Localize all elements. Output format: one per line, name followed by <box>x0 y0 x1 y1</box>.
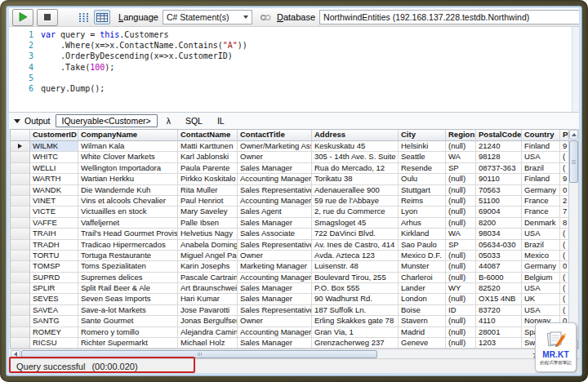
table-cell[interactable]: (null) <box>446 294 476 304</box>
table-cell[interactable]: VICTE <box>30 207 78 217</box>
column-header-contactname[interactable]: ContactName <box>178 130 238 141</box>
row-selector-cell[interactable] <box>11 251 30 261</box>
table-cell[interactable]: WELLI <box>30 163 78 174</box>
table-cell[interactable]: (null) <box>446 338 476 349</box>
table-cell[interactable]: Helvetius Nagy <box>178 229 238 239</box>
table-cell[interactable]: 70563 <box>476 185 522 196</box>
table-row[interactable]: TRAIHTrail's Head Gourmet ProvisionersHe… <box>11 229 569 239</box>
table-cell[interactable]: Accounting Manager <box>238 196 312 207</box>
table-cell[interactable]: Smagsloget 45 <box>312 218 399 229</box>
collapse-output-icon[interactable] <box>14 119 20 123</box>
table-cell[interactable]: Resende <box>399 163 446 174</box>
table-cell[interactable]: 05634-030 <box>476 240 522 251</box>
table-cell[interactable]: Karin Josephs <box>178 261 238 272</box>
table-cell[interactable]: Owner/Marketing Assistant <box>238 141 312 152</box>
table-row[interactable]: ROMEYRomero y tomilloAlejandra CaminoAcc… <box>11 327 569 338</box>
table-cell[interactable]: 98128 <box>476 152 522 162</box>
table-cell[interactable]: Sales Manager <box>238 338 312 349</box>
scroll-left-button[interactable] <box>11 350 20 358</box>
table-cell[interactable]: SUPRD <box>30 273 78 283</box>
table-cell[interactable]: Wartian Herkku <box>78 174 178 184</box>
table-cell[interactable]: Mexico <box>522 251 560 261</box>
row-selector-cell[interactable] <box>11 229 30 239</box>
results-datagrid-toggle[interactable] <box>94 10 110 24</box>
table-cell[interactable]: Adenauerallee 900 <box>312 185 399 196</box>
table-cell[interactable]: 1203 <box>476 338 522 349</box>
table-cell[interactable]: USA <box>522 152 560 162</box>
table-cell[interactable]: Denmark <box>522 218 560 229</box>
row-selector-cell[interactable] <box>11 316 30 326</box>
column-header-city[interactable]: City <box>399 130 446 141</box>
table-cell[interactable]: Arhus <box>399 218 446 229</box>
table-cell[interactable]: 08737-363 <box>476 163 522 174</box>
output-tab-sql[interactable]: SQL <box>180 115 208 127</box>
table-cell[interactable]: Torikatu 38 <box>312 174 399 184</box>
table-cell[interactable]: WARTH <box>30 174 78 184</box>
table-cell[interactable]: Anabela Domingues <box>178 240 238 251</box>
row-selector-cell[interactable] <box>11 294 30 304</box>
table-cell[interactable]: USA <box>522 229 560 239</box>
table-cell[interactable]: RICSU <box>30 338 78 349</box>
table-cell[interactable]: London <box>399 294 446 304</box>
table-cell[interactable]: Sales Manager <box>238 283 312 294</box>
table-cell[interactable]: Erling Skakkes gate 78 <box>312 316 399 326</box>
table-cell[interactable]: Kirkland <box>399 229 446 239</box>
table-cell[interactable]: Palle Ibsen <box>178 218 238 229</box>
table-cell[interactable]: Oulu <box>399 174 446 184</box>
table-cell[interactable]: Art Braunschweiger <box>178 283 238 294</box>
table-cell[interactable]: Jose Pavarotti <box>178 305 238 316</box>
column-header-address[interactable]: Address <box>312 130 399 141</box>
table-cell[interactable]: (null) <box>446 207 476 217</box>
table-cell[interactable]: Save-a-lot Markets <box>78 305 178 316</box>
table-cell[interactable]: Wellington Importadora <box>78 163 178 174</box>
table-cell[interactable]: OX15 4NB <box>476 294 522 304</box>
code-line[interactable]: 6query.Dump(); <box>9 83 572 94</box>
table-cell[interactable]: 59 rue de l'Abbaye <box>312 196 399 207</box>
table-cell[interactable]: 4110 <box>476 316 522 326</box>
table-cell[interactable]: Sales Associate <box>238 229 312 239</box>
code-line[interactable]: 4 .Take(100); <box>9 62 572 73</box>
table-cell[interactable]: 69004 <box>476 207 522 217</box>
table-cell[interactable]: SEVES <box>30 294 78 304</box>
table-cell[interactable]: (null) <box>446 174 476 184</box>
table-cell[interactable]: 82520 <box>476 283 522 294</box>
output-tab-grid[interactable]: IQueryable<Customer> <box>56 114 158 127</box>
row-selector-cell[interactable] <box>11 207 30 217</box>
table-cell[interactable]: (null) <box>446 218 476 229</box>
row-selector-cell[interactable] <box>11 163 30 174</box>
table-cell[interactable]: Lander <box>399 283 446 294</box>
table-row[interactable]: RICSURichter SupermarktMichael HolzSales… <box>11 338 569 349</box>
table-cell[interactable]: Accounting Manager <box>238 174 312 184</box>
table-cell[interactable]: TORTU <box>30 251 78 261</box>
table-cell[interactable]: ROMEY <box>30 327 78 338</box>
table-cell[interactable]: Romero y tomillo <box>78 327 178 338</box>
column-header-customerid[interactable]: CustomerID <box>30 130 78 141</box>
table-cell[interactable]: VINET <box>30 196 78 207</box>
table-cell[interactable]: 187 Suffolk Ln. <box>312 305 399 316</box>
table-cell[interactable]: Avda. Azteca 123 <box>312 251 399 261</box>
output-tab-λ[interactable]: λ <box>161 115 176 127</box>
table-cell[interactable]: Geneve <box>399 338 446 349</box>
table-cell[interactable]: Grenzacherweg 237 <box>312 338 399 349</box>
table-cell[interactable]: Victuailles en stock <box>78 207 178 217</box>
table-cell[interactable]: Rita Muller <box>178 185 238 196</box>
table-cell[interactable]: 51100 <box>476 196 522 207</box>
table-cell[interactable]: USA <box>522 283 560 294</box>
table-cell[interactable]: Luisenstr. 48 <box>312 261 399 272</box>
editor-scrollbar[interactable] <box>572 27 579 112</box>
column-header-contacttitle[interactable]: ContactTitle <box>238 130 312 141</box>
table-cell[interactable]: Charleroi <box>399 273 446 283</box>
table-row[interactable]: WHITCWhite Clover MarketsKarl JablonskiO… <box>11 152 569 162</box>
table-cell[interactable]: TRAIH <box>30 229 78 239</box>
table-cell[interactable]: Germany <box>522 185 560 196</box>
table-cell[interactable]: Vaffeljernet <box>78 218 178 229</box>
table-cell[interactable]: Owner <box>238 316 312 326</box>
column-header-region[interactable]: Region <box>446 130 476 141</box>
table-cell[interactable]: Madrid <box>399 327 446 338</box>
table-row[interactable]: VICTEVictuailles en stockMary SaveleySal… <box>11 207 569 217</box>
table-cell[interactable]: Supremes delices <box>78 273 178 283</box>
row-selector-cell[interactable] <box>11 174 30 184</box>
table-cell[interactable]: (null) <box>446 251 476 261</box>
table-row[interactable]: WANDKDie Wandernde KuhRita MullerSales R… <box>11 185 569 196</box>
table-cell[interactable]: Jonas Bergulfsen <box>178 316 238 326</box>
